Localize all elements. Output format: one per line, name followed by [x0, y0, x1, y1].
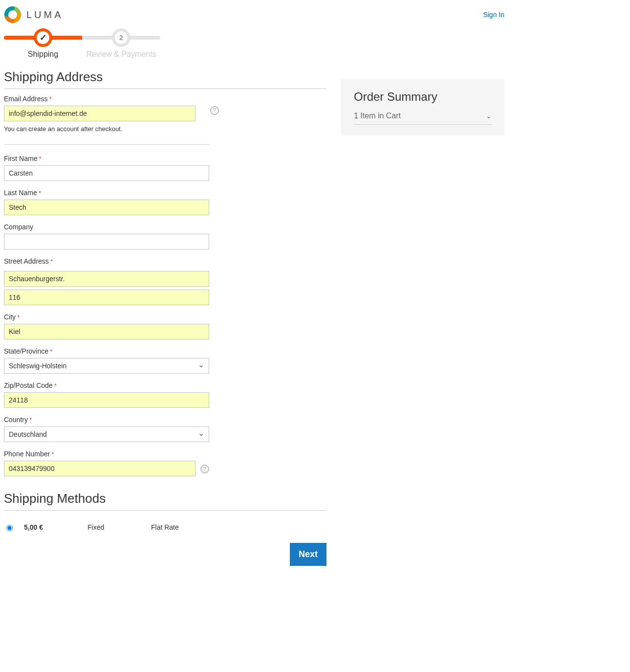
- sign-in-link[interactable]: Sign In: [483, 11, 504, 19]
- chevron-down-icon: ⌄: [486, 112, 492, 120]
- luma-logo-icon: [4, 6, 22, 23]
- divider: [4, 144, 209, 145]
- email-label: Email Address: [4, 95, 219, 103]
- order-summary-sidebar: Order Summary 1 Item in Cart ⌄: [341, 79, 504, 135]
- company-field[interactable]: [4, 234, 209, 249]
- shipping-address-title: Shipping Address: [4, 69, 326, 89]
- zip-label: Zip/Postal Code: [4, 381, 209, 389]
- phone-tooltip-icon[interactable]: ?: [200, 465, 209, 473]
- last-name-label: Last Name: [4, 189, 209, 197]
- phone-label: Phone Number: [4, 450, 209, 458]
- shipping-type: Fixed: [87, 523, 141, 531]
- email-field[interactable]: [4, 106, 196, 121]
- cart-items-toggle[interactable]: 1 Item in Cart ⌄: [354, 112, 492, 125]
- shipping-carrier: Flat Rate: [151, 523, 179, 531]
- first-name-label: First Name: [4, 155, 209, 162]
- last-name-field[interactable]: [4, 200, 209, 215]
- shipping-price: 5,00 €: [24, 523, 78, 531]
- checkout-progress: Shipping 2 Review & Payments: [4, 28, 160, 56]
- first-name-field[interactable]: [4, 165, 209, 181]
- company-label: Company: [4, 223, 209, 231]
- cart-items-count: 1 Item in Cart: [354, 112, 401, 120]
- street-field-2[interactable]: [4, 290, 209, 305]
- state-label: State/Province: [4, 347, 209, 355]
- step-review-label: Review & Payments: [82, 50, 160, 59]
- country-select[interactable]: Deutschland: [4, 426, 209, 442]
- street-field-1[interactable]: [4, 271, 209, 287]
- logo-text: LUMA: [26, 9, 64, 21]
- phone-field[interactable]: [4, 461, 196, 476]
- city-label: City: [4, 313, 209, 321]
- header: LUMA Sign In: [4, 4, 504, 28]
- state-select[interactable]: Schleswig-Holstein: [4, 358, 209, 374]
- city-field[interactable]: [4, 324, 209, 339]
- email-note: You can create an account after checkout…: [4, 125, 219, 133]
- email-tooltip-icon[interactable]: ?: [210, 106, 219, 115]
- zip-field[interactable]: [4, 392, 209, 408]
- shipping-method-row[interactable]: 5,00 € Fixed Flat Rate: [4, 516, 326, 538]
- shipping-method-radio[interactable]: [6, 525, 13, 531]
- order-summary-title: Order Summary: [354, 90, 492, 104]
- check-icon: [40, 32, 47, 43]
- country-label: Country: [4, 416, 209, 424]
- logo[interactable]: LUMA: [4, 6, 64, 23]
- shipping-methods-title: Shipping Methods: [4, 491, 326, 511]
- street-label: Street Address: [4, 257, 209, 265]
- next-button[interactable]: Next: [290, 543, 326, 566]
- step-shipping-label: Shipping: [4, 50, 82, 59]
